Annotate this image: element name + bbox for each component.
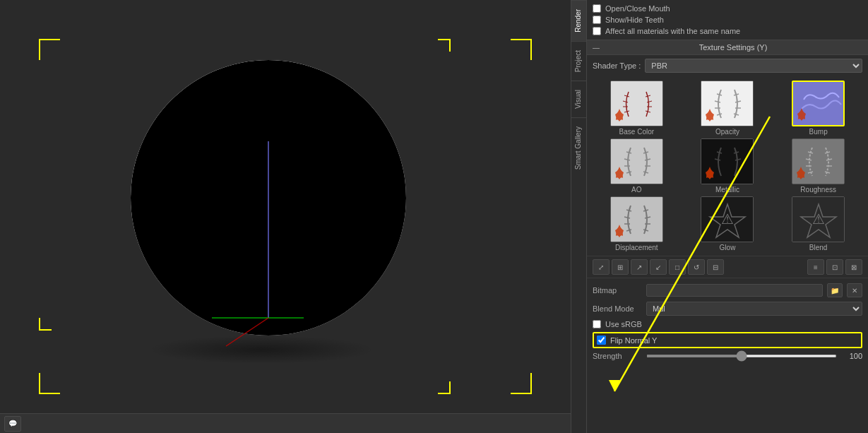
texture-thumb-ao: [610, 138, 663, 184]
texture-thumb-roughness: [792, 138, 845, 184]
use-srgb-row: Use sRGB: [593, 318, 862, 331]
bitmap-input[interactable]: [646, 284, 823, 297]
shader-row: Shader Type : PBR Standard: [587, 55, 868, 76]
blend-mode-row: Blend Mode Mul Add Normal: [593, 299, 862, 318]
texture-label-glow: Glow: [720, 244, 736, 251]
tool-btn-share-out[interactable]: ↗: [631, 259, 648, 275]
strength-value: 100: [841, 352, 862, 360]
shader-type-select[interactable]: PBR Standard: [645, 59, 862, 73]
cb-open-close-mouth[interactable]: [593, 4, 601, 13]
texture-label-ao: AO: [631, 186, 641, 194]
texture-thumb-glow: ⚠: [701, 196, 754, 242]
texture-thumb-displacement: [610, 196, 663, 242]
bitmap-label: Bitmap: [593, 286, 642, 295]
cb-affect-all-label: Affect all materials with the same name: [605, 27, 740, 35]
texture-cell-ao[interactable]: AO: [593, 138, 681, 194]
blend-mode-label: Blend Mode: [593, 304, 642, 313]
tab-project[interactable]: Project: [571, 41, 586, 81]
cb-use-srgb[interactable]: [593, 320, 601, 328]
cb-affect-all[interactable]: [593, 27, 601, 35]
texture-label-metallic: Metallic: [715, 186, 739, 194]
tool-btn-table[interactable]: ≡: [807, 259, 824, 275]
texture-cell-glow[interactable]: ⚠ Glow: [684, 196, 772, 251]
tool-btn-checkerboard[interactable]: ⊡: [826, 259, 843, 275]
baseball-render: [0, 0, 571, 410]
strength-slider[interactable]: [646, 355, 837, 357]
svg-text:⚠: ⚠: [812, 211, 825, 227]
texture-cell-displacement[interactable]: Displacement: [593, 196, 681, 251]
bitmap-row: Bitmap 📁 ✕: [593, 281, 862, 299]
texture-label-blend: Blend: [809, 244, 828, 251]
collapse-icon[interactable]: —: [593, 44, 600, 52]
tool-btn-square[interactable]: □: [669, 259, 686, 275]
viewport-toolbar: 💬: [0, 413, 571, 433]
svg-point-1: [148, 336, 374, 364]
tool-btn-share-in[interactable]: ↙: [650, 259, 667, 275]
viewport: 💬: [0, 0, 571, 433]
texture-thumb-blend: ⚠: [792, 196, 845, 242]
texture-label-opacity: Opacity: [715, 128, 739, 136]
strength-row: Strength 100: [593, 350, 862, 362]
texture-grid: Base Color Opacity: [587, 76, 868, 256]
blend-mode-select[interactable]: Mul Add Normal: [646, 302, 862, 316]
tool-btn-refresh[interactable]: ↺: [688, 259, 705, 275]
texture-cell-opacity[interactable]: Opacity: [684, 81, 772, 136]
texture-thumb-opacity: [701, 81, 754, 126]
strength-label: Strength: [593, 352, 642, 360]
tab-smart-gallery[interactable]: Smart Gallery: [571, 117, 586, 178]
checkbox-row-teeth: Show/Hide Teeth: [593, 14, 862, 25]
flip-normal-y-row: Flip Normal Y: [593, 332, 862, 348]
texture-label-roughness: Roughness: [800, 186, 836, 194]
cb-show-hide-teeth-label: Show/Hide Teeth: [605, 16, 664, 24]
texture-cell-metallic[interactable]: Metallic: [684, 138, 772, 194]
tab-visual[interactable]: Visual: [571, 81, 586, 117]
bitmap-clear-btn[interactable]: ✕: [847, 283, 862, 297]
bottom-settings: Bitmap 📁 ✕ Blend Mode Mul Add Normal Use…: [587, 278, 868, 433]
texture-label-base-color: Base Color: [619, 128, 654, 136]
tool-btn-minus[interactable]: ⊟: [707, 259, 724, 275]
checkbox-row-affect-all: Affect all materials with the same name: [593, 25, 862, 37]
svg-text:⚠: ⚠: [721, 211, 734, 227]
texture-thumb-bump: [792, 81, 845, 126]
viewport-chat-btn[interactable]: 💬: [4, 416, 21, 432]
tool-btn-fill[interactable]: ⊠: [845, 259, 862, 275]
sidebar-tabs: Render Project Visual Smart Gallery: [571, 0, 586, 433]
cb-flip-normal-y[interactable]: [597, 336, 606, 345]
tool-row: ⤢ ⊞ ↗ ↙ □ ↺ ⊟ ≡ ⊡ ⊠: [587, 256, 868, 278]
cb-open-close-mouth-label: Open/Close Mouth: [605, 4, 670, 13]
texture-label-bump: Bump: [809, 128, 828, 136]
viewport-canvas: [0, 0, 571, 433]
shader-type-label: Shader Type :: [593, 61, 641, 70]
tool-btn-grid[interactable]: ⊞: [612, 259, 629, 275]
checkbox-row-mouth: Open/Close Mouth: [593, 3, 862, 14]
texture-thumb-base-color: [610, 81, 663, 126]
texture-thumb-metallic: [701, 138, 754, 184]
texture-label-displacement: Displacement: [615, 244, 658, 251]
tool-btn-expand[interactable]: ⤢: [593, 259, 610, 275]
flip-normal-y-label: Flip Normal Y: [610, 336, 657, 345]
tab-render[interactable]: Render: [571, 0, 586, 41]
section-header: — Texture Settings (Y): [587, 40, 868, 55]
texture-cell-roughness[interactable]: Roughness: [774, 138, 862, 194]
texture-cell-bump[interactable]: Bump: [774, 81, 862, 136]
texture-cell-blend[interactable]: ⚠ Blend: [774, 196, 862, 251]
bitmap-browse-btn[interactable]: 📁: [827, 283, 843, 297]
texture-cell-base-color[interactable]: Base Color: [593, 81, 681, 136]
panel-top: Open/Close Mouth Show/Hide Teeth Affect …: [587, 0, 868, 40]
use-srgb-label: Use sRGB: [605, 320, 642, 328]
cb-show-hide-teeth[interactable]: [593, 16, 601, 24]
right-panel: Open/Close Mouth Show/Hide Teeth Affect …: [586, 0, 868, 433]
section-title: Texture Settings (Y): [604, 43, 862, 52]
